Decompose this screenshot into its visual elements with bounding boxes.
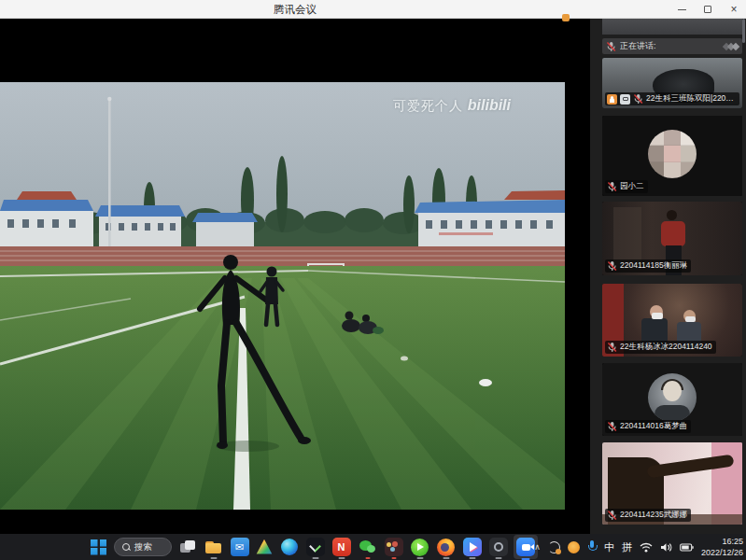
desktop: 腾讯会议 × <box>0 0 746 560</box>
clock-date: 2022/12/26 <box>701 547 743 558</box>
video-app-icon[interactable] <box>461 537 483 558</box>
mic-muted-icon <box>606 41 616 52</box>
bilibili-watermark: 可爱死个人 bilibili <box>393 97 511 115</box>
mic-muted-icon <box>633 93 643 105</box>
app-triangle-icon[interactable] <box>255 538 274 556</box>
mail-icon[interactable]: ✉ <box>229 537 250 558</box>
taskbar-clock[interactable]: 16:25 2022/12/26 <box>701 536 743 558</box>
participant-name: 园小二 <box>620 181 644 192</box>
window-controls: × <box>675 0 740 19</box>
dark-app-icon[interactable] <box>304 537 326 558</box>
participant-tile[interactable]: 22生科三班陈双阳|2204114233|的... <box>602 58 742 108</box>
file-explorer-icon[interactable] <box>203 537 224 558</box>
participant-tile[interactable]: 22生科杨冰冰2204114240 <box>602 284 742 357</box>
start-button[interactable] <box>88 537 109 558</box>
volume-icon[interactable] <box>660 542 672 553</box>
tray-sync-icon[interactable] <box>548 541 560 553</box>
mic-muted-icon <box>607 181 617 192</box>
clock-time: 16:25 <box>701 536 743 547</box>
mic-muted-icon <box>607 342 617 353</box>
speaking-indicator-bar: 正在讲话: <box>602 38 742 54</box>
wifi-glyph <box>640 542 653 553</box>
mic-muted-icon <box>607 421 617 432</box>
firefox-icon[interactable] <box>435 537 457 558</box>
participant-tile[interactable]: 2204114185衡丽琳 <box>602 202 742 275</box>
layout-switch-icon[interactable] <box>724 42 739 51</box>
video-player-icon[interactable] <box>409 537 430 558</box>
wifi-icon[interactable] <box>640 542 653 553</box>
speaking-label: 正在讲话: <box>620 40 720 52</box>
wechat-icon[interactable] <box>357 537 378 558</box>
volume-glyph <box>660 542 672 553</box>
ime-language-indicator[interactable]: 中 <box>604 540 614 554</box>
red-app-icon[interactable]: N <box>331 537 352 558</box>
avatar <box>648 130 697 178</box>
tray-microphone-icon[interactable] <box>587 540 597 553</box>
participant-namebar: 2204114235武娜娜 <box>605 509 691 522</box>
participant-name: 2204114185衡丽琳 <box>620 260 687 272</box>
minimize-button[interactable] <box>675 3 688 16</box>
shared-video: 可爱死个人 bilibili <box>0 82 565 510</box>
system-tray: ∧ 中 拼 16:25 2022/12/26 <box>534 534 743 560</box>
participant-name: 22生科三班陈双阳|2204114233|的... <box>646 93 736 105</box>
avatar <box>648 373 697 422</box>
watermark-text: 可爱死个人 <box>393 98 463 113</box>
window-title: 腾讯会议 <box>0 0 590 19</box>
shared-screen-area: 可爱死个人 bilibili <box>0 19 590 534</box>
ime-mode-indicator[interactable]: 拼 <box>622 540 632 554</box>
battery-icon[interactable] <box>680 543 694 552</box>
mic-muted-icon <box>607 510 617 521</box>
sidebar-scrollbar[interactable] <box>742 19 745 43</box>
participant-tile[interactable]: 园小二 <box>602 116 742 196</box>
participant-name: 2204114235武娜娜 <box>620 510 687 521</box>
window-titlebar: 腾讯会议 × <box>0 0 746 19</box>
participants-sidebar: 正在讲话: 22生科三班陈双阳|2204114233|的... 园小二 <box>590 19 746 534</box>
participant-namebar: 22生科三班陈双阳|2204114233|的... <box>605 92 739 105</box>
participant-namebar: 园小二 <box>605 180 648 193</box>
bilibili-logo: bilibili <box>468 97 511 113</box>
battery-glyph <box>680 543 694 552</box>
task-view-icon[interactable] <box>176 537 198 558</box>
participant-tile-partial[interactable] <box>602 19 742 35</box>
maximize-button[interactable] <box>701 3 714 16</box>
participant-namebar: 2204114185衡丽琳 <box>605 259 691 273</box>
notification-dot[interactable] <box>562 14 570 21</box>
camera-app-icon[interactable] <box>487 537 509 558</box>
participant-tile[interactable]: 2204114235武娜娜 <box>602 442 742 525</box>
tray-chevron-up-icon[interactable]: ∧ <box>534 542 541 552</box>
search-icon <box>122 543 130 551</box>
participant-name: 2204114016葛梦曲 <box>620 421 687 432</box>
participant-name: 22生科杨冰冰2204114240 <box>620 342 712 353</box>
host-badge-icon <box>607 94 617 105</box>
shared-video-scene <box>0 82 565 510</box>
search-label: 搜索 <box>134 541 152 553</box>
participant-namebar: 2204114016葛梦曲 <box>605 420 691 433</box>
media-app-icon[interactable] <box>383 537 404 558</box>
mic-muted-icon <box>607 260 617 272</box>
meeting-camera-icon <box>516 538 535 556</box>
edge-browser-icon[interactable] <box>278 537 300 558</box>
participant-namebar: 22生科杨冰冰2204114240 <box>605 341 716 354</box>
taskbar: 搜索 ✉ N ∧ 中 拼 <box>0 534 746 560</box>
tray-orange-app-icon[interactable] <box>568 541 580 553</box>
taskbar-apps: 搜索 ✉ N <box>88 534 538 560</box>
close-button[interactable]: × <box>727 3 740 16</box>
screen-share-badge-icon <box>620 94 630 105</box>
participant-tile[interactable]: 2204114016葛梦曲 <box>602 363 742 436</box>
taskbar-search[interactable]: 搜索 <box>114 538 172 556</box>
